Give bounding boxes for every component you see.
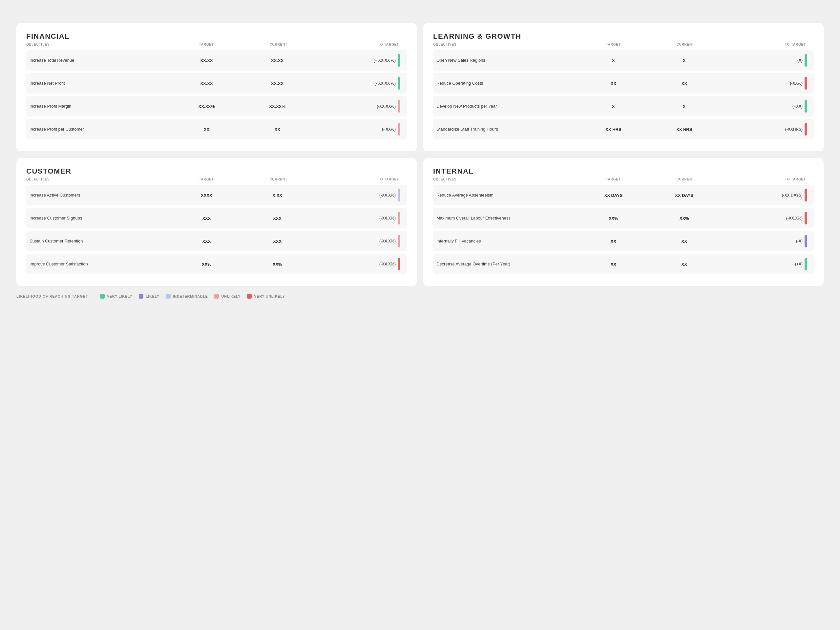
to-target-value: (- XX.XX %) — [313, 81, 398, 86]
current-value: XX — [649, 262, 720, 267]
target-value: XX HRS — [578, 127, 649, 132]
objective-name: Increase Net Profit — [30, 81, 171, 86]
legend-item-label: LIKELY — [146, 294, 159, 298]
col-header-target: TARGET — [577, 43, 649, 46]
likelihood-bar — [805, 258, 807, 270]
target-value: XX — [578, 262, 649, 267]
current-value: XX — [649, 81, 720, 86]
current-value: XX HRS — [649, 127, 720, 132]
objective-name: Increase Total Revenue — [30, 58, 171, 63]
col-header-objectives: OBJECTIVES — [433, 177, 577, 181]
financial-col-headers: OBJECTIVESTARGETCURRENTTO TARGET — [26, 43, 407, 47]
legend-color-box — [100, 294, 105, 298]
current-value: XX.XX — [242, 58, 313, 63]
target-value: XX — [578, 81, 649, 86]
current-value: XX.XX% — [242, 104, 313, 109]
to-target-value: (-XX.X%) — [313, 216, 398, 221]
card-learning: LEARNING & GROWTHOBJECTIVESTARGETCURRENT… — [423, 23, 824, 151]
target-value: XX% — [171, 262, 242, 267]
card-customer: CUSTOMEROBJECTIVESTARGETCURRENTTO TARGET… — [16, 158, 417, 286]
current-value: XXX — [242, 239, 313, 244]
objective-name: Reduce Average Absenteeism — [436, 193, 578, 198]
to-target-value: (-XX.X%) — [313, 262, 398, 267]
internal-row-0: Reduce Average AbsenteeismXX DAYSXX DAYS… — [433, 185, 814, 205]
legend-item-label: VERY LIKELY — [107, 294, 132, 298]
customer-col-headers: OBJECTIVESTARGETCURRENTTO TARGET — [26, 177, 407, 182]
objective-name: Internally Fill Vacancies — [436, 238, 578, 244]
target-value: XX — [171, 127, 242, 132]
internal-row-2: Internally Fill VacanciesXXXX(-X) — [433, 231, 814, 251]
current-value: XX — [242, 127, 313, 132]
objective-name: Improve Customer Satisfaction — [30, 262, 171, 267]
current-value: X.XX — [242, 193, 313, 198]
internal-row-1: Maximum Overall Labour EffectivenessXX%X… — [433, 208, 814, 228]
customer-row-2: Sustain Customer RetentionXXXXXX(-XX.X%) — [26, 231, 407, 251]
legend-item-3: UNLIKELY — [214, 294, 240, 298]
customer-row-1: Increase Customer SignupsXXXXXX(-XX.X%) — [26, 208, 407, 228]
col-header-target: TARGET — [577, 177, 649, 181]
likelihood-bar — [805, 235, 807, 248]
card-internal: INTERNALOBJECTIVESTARGETCURRENTTO TARGET… — [423, 158, 824, 286]
likelihood-bar — [805, 189, 807, 202]
objective-name: Decrease Average Overtime (Per Year) — [436, 262, 578, 267]
current-value: X — [649, 104, 720, 109]
to-target-value: (-XX DAYS) — [720, 193, 805, 197]
learning-row-3: Standardize Staff Training HoursXX HRSXX… — [433, 119, 814, 139]
objective-name: Increase Customer Signups — [30, 216, 171, 221]
likelihood-bar — [805, 77, 807, 90]
likelihood-bar — [398, 100, 400, 112]
to-target-value: (+XX) — [720, 104, 805, 109]
target-value: XX DAYS — [578, 193, 649, 198]
target-value: XXX — [171, 216, 242, 221]
to-target-value: (+ XX.XX %) — [313, 58, 398, 63]
internal-row-3: Decrease Average Overtime (Per Year)XXXX… — [433, 254, 814, 274]
legend-color-box — [139, 294, 144, 298]
legend-color-box — [166, 294, 171, 298]
objective-name: Open New Sales Regions — [436, 58, 578, 63]
to-target-value: (-XXHRS) — [720, 127, 805, 131]
target-value: XX — [578, 239, 649, 244]
current-value: XX DAYS — [649, 193, 720, 198]
objective-name: Reduce Operating Costs — [436, 81, 578, 86]
to-target-value: (-XX.X%) — [313, 239, 398, 243]
learning-row-2: Develop New Products per YearXX(+XX) — [433, 96, 814, 117]
current-value: XX% — [242, 262, 313, 267]
current-value: XXX — [242, 216, 313, 221]
legend-color-box — [214, 294, 219, 298]
col-header-objectives: OBJECTIVES — [26, 177, 170, 181]
likelihood-bar — [398, 54, 400, 66]
card-financial: FINANCIALOBJECTIVESTARGETCURRENTTO TARGE… — [16, 23, 417, 151]
financial-title: FINANCIAL — [26, 32, 407, 41]
internal-title: INTERNAL — [433, 167, 814, 175]
financial-row-3: Increase Profit per CustomerXXXX(- XX%) — [26, 119, 407, 139]
legend-item-label: VERY UNLIKELY — [254, 294, 285, 298]
learning-col-headers: OBJECTIVESTARGETCURRENTTO TARGET — [433, 43, 814, 47]
col-header-current: CURRENT — [649, 177, 722, 181]
target-value: XXX — [171, 239, 242, 244]
objective-name: Sustain Customer Retention — [30, 238, 171, 244]
target-value: XXXX — [171, 193, 242, 198]
objective-name: Develop New Products per Year — [436, 104, 578, 109]
col-header-objectives: OBJECTIVES — [433, 43, 577, 46]
objective-name: Standardize Staff Training Hours — [436, 127, 578, 132]
to-target-value: (+X) — [720, 262, 805, 267]
current-value: XX.XX — [242, 81, 313, 86]
current-value: XX — [649, 239, 720, 244]
col-header-current: CURRENT — [243, 43, 315, 46]
col-header-to_target: TO TARGET — [721, 43, 808, 46]
legend-item-label: INDETERMINABLE — [173, 294, 208, 298]
legend-item-2: INDETERMINABLE — [166, 294, 208, 298]
legend-item-0: VERY LIKELY — [100, 294, 132, 298]
target-value: XX.XX% — [171, 104, 242, 109]
legend-item-1: LIKELY — [139, 294, 159, 298]
financial-row-0: Increase Total RevenueXX.XXXX.XX(+ XX.XX… — [26, 50, 407, 71]
customer-title: CUSTOMER — [26, 167, 407, 175]
to-target-value: (- XX%) — [313, 127, 398, 131]
legend: LIKELIHOOD OF REACHING TARGET :VERY LIKE… — [16, 294, 824, 298]
financial-row-2: Increase Profit MarginXX.XX%XX.XX%(-XX.X… — [26, 96, 407, 117]
likelihood-bar — [805, 212, 807, 224]
financial-row-1: Increase Net ProfitXX.XXXX.XX(- XX.XX %) — [26, 73, 407, 93]
learning-row-0: Open New Sales RegionsXX(X) — [433, 50, 814, 71]
likelihood-bar — [398, 258, 400, 270]
target-value: X — [578, 58, 649, 63]
